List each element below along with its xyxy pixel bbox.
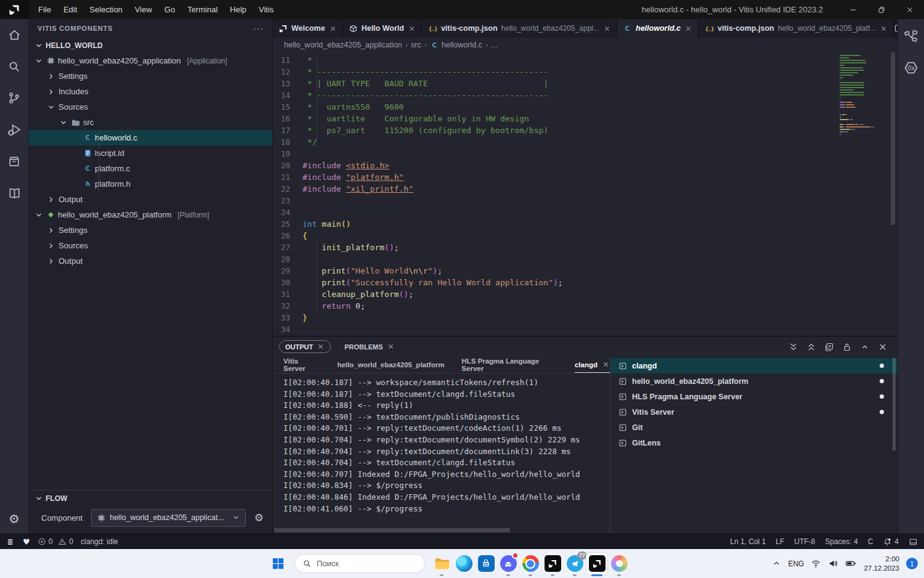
channel-item-gitlens[interactable]: GitLens xyxy=(610,435,898,450)
remote-icon[interactable] xyxy=(6,537,15,547)
chevron-right-icon[interactable] xyxy=(46,71,56,81)
tree-item-output[interactable]: Output xyxy=(29,192,272,207)
tree-item-includes[interactable]: Includes xyxy=(29,84,272,99)
taskbar-app-paint[interactable] xyxy=(608,550,630,577)
menu-go[interactable]: Go xyxy=(158,0,181,19)
tray-chevron-icon[interactable] xyxy=(772,559,781,568)
channel-item-clangd[interactable]: clangd xyxy=(610,358,898,373)
amd-logo-icon[interactable] xyxy=(0,0,28,19)
chevron-right-icon[interactable] xyxy=(46,195,56,205)
tray-clock[interactable]: 2:00 27.12.2023 xyxy=(864,555,899,573)
log-horizontal-scrollbar[interactable] xyxy=(273,527,610,534)
search-icon[interactable] xyxy=(7,60,21,73)
chevron-down-icon[interactable] xyxy=(46,102,56,112)
notifications-bell[interactable]: 4 xyxy=(883,537,899,547)
breadcrumb-item-src[interactable]: src xyxy=(411,41,421,49)
tab-vitis-comp-json[interactable]: {.}vitis-comp.jsonhello_world_ebaz4205_p… xyxy=(699,19,894,38)
close-icon[interactable] xyxy=(880,25,888,33)
battery-icon[interactable] xyxy=(845,558,857,569)
menu-vitis[interactable]: Vitis xyxy=(253,0,280,19)
flow-settings-gear-icon[interactable]: ⚙ xyxy=(254,511,264,524)
channel-item-vitis-server[interactable]: Vitis Server xyxy=(610,404,898,420)
language-switcher[interactable]: ENG xyxy=(788,560,804,568)
channel-item-hello-world-ebaz4205-platform[interactable]: hello_world_ebaz4205_platform xyxy=(610,373,898,389)
indent-indicator[interactable]: Spaces: 4 xyxy=(825,537,857,546)
breadcrumb-item-hello-world-ebaz4205-application[interactable]: hello_world_ebaz4205_application xyxy=(284,41,402,49)
home-icon[interactable] xyxy=(7,28,22,42)
chevron-right-icon[interactable] xyxy=(46,241,56,251)
memory-hex-icon[interactable]: 0x xyxy=(903,60,919,76)
output-channel-tab-vitis-server[interactable]: Vitis Server xyxy=(283,357,320,373)
tree-item-settings[interactable]: Settings xyxy=(29,68,272,84)
breadcrumb-item-[interactable]: ... xyxy=(491,41,497,49)
tree-item-helloworld-c[interactable]: Chelloworld.c xyxy=(29,130,272,145)
tree-item-hello-world-ebaz4205-application[interactable]: hello_world_ebaz4205_application[Applica… xyxy=(29,53,272,68)
settings-gear-icon[interactable]: ⚙ xyxy=(9,511,20,526)
start-button[interactable] xyxy=(267,550,289,577)
close-panel-icon[interactable] xyxy=(878,342,888,352)
chevron-right-icon[interactable] xyxy=(46,87,56,97)
panel-tab-problems[interactable]: PROBLEMS xyxy=(344,343,394,351)
close-icon[interactable] xyxy=(602,360,610,368)
scroll-down-icon[interactable] xyxy=(788,342,798,352)
menu-view[interactable]: View xyxy=(129,0,158,19)
restore-button[interactable] xyxy=(867,0,896,19)
source-control-icon[interactable] xyxy=(7,91,21,105)
taskbar-app-discord[interactable] xyxy=(497,550,519,577)
tab-helloworld-c[interactable]: Chelloworld.c xyxy=(617,19,699,38)
menu-edit[interactable]: Edit xyxy=(57,0,83,19)
editor-scrollbar[interactable] xyxy=(891,52,895,225)
taskbar-app-chrome[interactable] xyxy=(519,550,541,577)
clear-output-icon[interactable] xyxy=(824,342,834,352)
menu-selection[interactable]: Selection xyxy=(83,0,128,19)
close-button[interactable] xyxy=(896,0,924,19)
tree-item-lscript-ld[interactable]: lscript.ld xyxy=(29,145,272,161)
channel-item-hls-pragma-language-server[interactable]: HLS Pragma Language Server xyxy=(610,389,898,404)
chevron-right-icon[interactable] xyxy=(46,226,56,235)
examples-book-icon[interactable] xyxy=(7,186,22,200)
eol-indicator[interactable]: LF xyxy=(776,537,784,546)
tree-item-sources[interactable]: Sources xyxy=(29,238,272,253)
flow-section-header[interactable]: FLOW xyxy=(29,490,272,507)
close-icon[interactable] xyxy=(408,25,416,33)
close-icon[interactable] xyxy=(387,343,395,351)
menu-terminal[interactable]: Terminal xyxy=(181,0,224,19)
close-icon[interactable] xyxy=(317,343,325,351)
taskbar-app-vitis[interactable] xyxy=(586,550,608,577)
close-icon[interactable] xyxy=(329,25,337,33)
tab-welcome[interactable]: Welcome xyxy=(273,19,343,38)
taskbar-app-vitis-dark[interactable] xyxy=(541,550,564,577)
more-actions-icon[interactable]: ··· xyxy=(253,23,264,33)
volume-icon[interactable] xyxy=(828,558,838,569)
package-icon[interactable] xyxy=(7,155,21,168)
tree-item-settings[interactable]: Settings xyxy=(29,222,272,238)
close-icon[interactable] xyxy=(684,25,692,33)
minimap[interactable] xyxy=(840,55,881,139)
encoding-indicator[interactable]: UTF-8 xyxy=(794,537,815,546)
minimize-button[interactable] xyxy=(839,0,867,19)
output-channel-tab-hello-world-ebaz4205-platform[interactable]: hello_world_ebaz4205_platform xyxy=(338,357,445,373)
notification-center-badge[interactable]: 1 xyxy=(906,558,918,569)
close-icon[interactable] xyxy=(603,25,611,33)
workspace-section[interactable]: HELLO_WORLD xyxy=(29,38,272,53)
tab-hello-world[interactable]: Hello World xyxy=(343,19,422,38)
channels-scrollbar[interactable] xyxy=(893,358,896,450)
flow-icon[interactable] xyxy=(904,29,918,44)
tree-item-hello-world-ebaz4205-platform[interactable]: hello_world_ebaz4205_platform[Platform] xyxy=(29,207,272,222)
menu-file[interactable]: File xyxy=(32,0,57,19)
menu-help[interactable]: Help xyxy=(224,0,253,19)
problems-status[interactable]: 0 0 xyxy=(38,537,73,546)
taskbar-search[interactable]: Поиск xyxy=(294,554,425,573)
output-channel-tab-hls-pragma-language-server[interactable]: HLS Pragma Language Server xyxy=(461,357,557,373)
unlock-icon[interactable] xyxy=(842,342,852,352)
wifi-icon[interactable] xyxy=(811,558,821,569)
taskbar-app-telegram[interactable]: 77 xyxy=(564,550,586,577)
taskbar-app-store[interactable] xyxy=(475,550,497,577)
chevron-right-icon[interactable] xyxy=(46,256,56,266)
component-dropdown[interactable]: hello_world_ebaz4205_applicat... xyxy=(91,509,246,527)
scroll-up-icon[interactable] xyxy=(806,342,816,352)
panel-tab-output[interactable]: OUTPUT xyxy=(279,340,331,353)
tree-item-platform-h[interactable]: hplatform.h xyxy=(29,176,272,192)
chevron-down-icon[interactable] xyxy=(34,210,44,220)
cursor-position[interactable]: Ln 1, Col 1 xyxy=(730,537,766,546)
